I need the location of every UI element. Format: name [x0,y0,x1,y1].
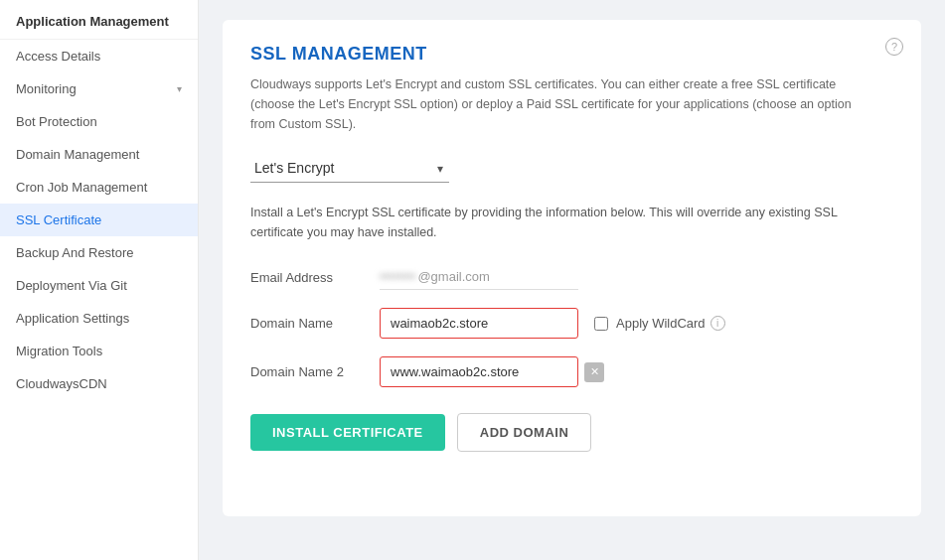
domain-row: Domain Name Apply WildCard i [250,308,893,339]
install-certificate-button[interactable]: INSTALL CERTIFICATE [250,414,445,451]
section-desc: Cloudways supports Let's Encrypt and cus… [250,74,866,134]
ssl-type-select[interactable]: Let's Encrypt Custom SSL [250,154,449,183]
wildcard-checkbox[interactable] [594,317,608,331]
email-domain-part: @gmail.com [417,269,489,284]
chevron-down-icon: ▾ [177,83,182,94]
sidebar-item-label: Domain Management [16,147,139,162]
domain2-input[interactable] [380,356,578,387]
domain-label: Domain Name [250,316,380,331]
domain-input[interactable] [380,308,578,339]
sidebar-item-label: CloudwaysCDN [16,376,107,391]
sidebar-item-backup-restore[interactable]: Backup And Restore [0,236,198,269]
wildcard-wrap: Apply WildCard i [594,316,725,331]
sidebar-item-label: Migration Tools [16,344,102,358]
sidebar-item-bot-protection[interactable]: Bot Protection [0,105,198,138]
sidebar-item-cloudways-cdn[interactable]: CloudwaysCDN [0,367,198,400]
help-icon[interactable]: ? [885,38,903,56]
sidebar-item-ssl-certificate[interactable]: SSL Certificate [0,204,198,236]
dropdown-inner: Let's Encrypt Custom SSL ▾ [250,154,449,183]
sidebar-item-label: Backup And Restore [16,245,134,260]
ssl-type-dropdown-wrap: Let's Encrypt Custom SSL ▾ [250,154,893,183]
sidebar-title: Application Management [0,0,198,40]
domain2-label: Domain Name 2 [250,364,380,379]
sidebar-item-migration-tools[interactable]: Migration Tools [0,335,198,367]
sidebar-item-label: Monitoring [16,81,77,96]
domain2-row: Domain Name 2 ✕ [250,356,893,387]
wildcard-label: Apply WildCard [616,316,706,331]
install-desc: Install a Let's Encrypt SSL certificate … [250,203,886,242]
content-card: ? SSL MANAGEMENT Cloudways supports Let'… [223,20,921,516]
clear-domain2-button[interactable]: ✕ [584,362,604,382]
sidebar-item-label: Bot Protection [16,114,97,129]
sidebar-item-deployment-via-git[interactable]: Deployment Via Git [0,269,198,302]
email-row: Email Address •••••••• @gmail.com [250,264,893,290]
sidebar-item-label: Cron Job Management [16,180,147,195]
sidebar-item-label: SSL Certificate [16,212,101,227]
sidebar-item-label: Deployment Via Git [16,278,127,293]
sidebar-item-label: Application Settings [16,311,129,326]
section-title: SSL MANAGEMENT [250,44,893,65]
sidebar-item-application-settings[interactable]: Application Settings [0,302,198,335]
domain2-input-wrap: ✕ [380,356,604,387]
sidebar: Application Management Access Details Mo… [0,0,199,560]
main-content: ? SSL MANAGEMENT Cloudways supports Let'… [199,0,945,560]
wildcard-info-icon[interactable]: i [710,316,725,331]
email-blur-part: •••••••• [380,269,415,284]
sidebar-item-monitoring[interactable]: Monitoring ▾ [0,72,198,105]
sidebar-item-cron-job-management[interactable]: Cron Job Management [0,171,198,204]
button-row: INSTALL CERTIFICATE ADD DOMAIN [250,413,893,452]
sidebar-item-domain-management[interactable]: Domain Management [0,138,198,171]
sidebar-item-access-details[interactable]: Access Details [0,40,198,72]
add-domain-button[interactable]: ADD DOMAIN [457,413,592,452]
sidebar-item-label: Access Details [16,49,100,64]
email-field-display: •••••••• @gmail.com [380,264,578,290]
email-label: Email Address [250,270,380,285]
